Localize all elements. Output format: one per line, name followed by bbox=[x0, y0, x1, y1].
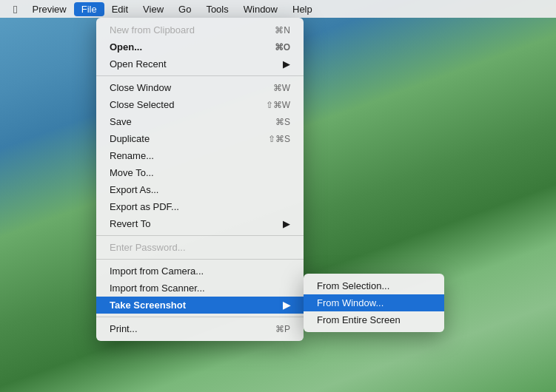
menu-item-label: Close Selected bbox=[110, 99, 174, 110]
menu-rename[interactable]: Rename... bbox=[96, 147, 304, 164]
menu-item-label: Export As... bbox=[110, 184, 158, 195]
apple-menu[interactable]:  bbox=[6, 1, 24, 17]
screenshot-submenu: From Selection... From Window... From En… bbox=[304, 274, 444, 332]
menu-take-screenshot[interactable]: Take Screenshot ▶ bbox=[96, 297, 304, 314]
menu-from-selection[interactable]: From Selection... bbox=[304, 277, 444, 294]
menu-item-shortcut: ⇧⌘W bbox=[266, 100, 290, 110]
menu-print[interactable]: Print... ⌘P bbox=[96, 320, 304, 337]
menu-item-shortcut: ⌘S bbox=[275, 117, 290, 127]
submenu-arrow-icon: ▶ bbox=[283, 300, 290, 311]
menu-item-label: Duplicate bbox=[110, 133, 150, 144]
menu-open-recent[interactable]: Open Recent ▶ bbox=[96, 55, 304, 72]
menu-close-window[interactable]: Close Window ⌘W bbox=[96, 79, 304, 96]
menubar-go[interactable]: Go bbox=[171, 2, 198, 16]
menubar-file[interactable]: File bbox=[74, 2, 104, 16]
menu-from-entire-screen[interactable]: From Entire Screen bbox=[304, 311, 444, 328]
separator-2 bbox=[96, 235, 304, 236]
menu-import-camera[interactable]: Import from Camera... bbox=[96, 263, 304, 280]
menu-new-from-clipboard[interactable]: New from Clipboard ⌘N bbox=[96, 21, 304, 38]
menu-move-to[interactable]: Move To... bbox=[96, 164, 304, 181]
menu-close-selected[interactable]: Close Selected ⇧⌘W bbox=[96, 96, 304, 113]
menu-item-shortcut: ⌘P bbox=[275, 324, 290, 334]
menubar-window[interactable]: Window bbox=[236, 2, 285, 16]
menu-item-label: Take Screenshot bbox=[110, 300, 186, 311]
menu-item-label: Open Recent bbox=[110, 58, 167, 70]
menu-item-shortcut: ⌘O bbox=[275, 42, 290, 53]
menu-item-label: From Selection... bbox=[317, 280, 389, 291]
menubar-preview[interactable]: Preview bbox=[24, 2, 73, 16]
menu-item-label: From Window... bbox=[317, 297, 383, 308]
menu-item-shortcut: ⌘N bbox=[275, 25, 290, 36]
separator-1 bbox=[96, 75, 304, 76]
file-menu: New from Clipboard ⌘N Open... ⌘O Open Re… bbox=[96, 18, 304, 341]
menu-duplicate[interactable]: Duplicate ⇧⌘S bbox=[96, 130, 304, 147]
menu-item-label: Revert To bbox=[110, 218, 150, 229]
menubar-tools[interactable]: Tools bbox=[198, 2, 235, 16]
separator-3 bbox=[96, 259, 304, 260]
menu-item-label: Save bbox=[110, 116, 132, 127]
menu-item-shortcut: ⇧⌘S bbox=[268, 134, 290, 144]
menu-item-label: Import from Camera... bbox=[110, 266, 204, 277]
menu-item-label: New from Clipboard bbox=[110, 24, 195, 36]
menu-import-scanner[interactable]: Import from Scanner... bbox=[96, 280, 304, 297]
menu-item-label: Print... bbox=[110, 323, 138, 334]
menu-enter-password[interactable]: Enter Password... bbox=[96, 239, 304, 256]
menu-item-label: Rename... bbox=[110, 150, 154, 161]
menu-from-window[interactable]: From Window... bbox=[304, 294, 444, 311]
menu-item-label: From Entire Screen bbox=[317, 314, 401, 325]
menubar-edit[interactable]: Edit bbox=[104, 2, 135, 16]
menu-item-label: Enter Password... bbox=[110, 242, 186, 253]
menu-export-as[interactable]: Export As... bbox=[96, 181, 304, 198]
menu-save[interactable]: Save ⌘S bbox=[96, 113, 304, 130]
menu-revert-to[interactable]: Revert To ▶ bbox=[96, 215, 304, 232]
menubar-view[interactable]: View bbox=[135, 2, 171, 16]
separator-4 bbox=[96, 317, 304, 317]
menu-open[interactable]: Open... ⌘O bbox=[96, 38, 304, 55]
menubar:  Preview File Edit View Go Tools Window… bbox=[0, 0, 556, 18]
submenu-arrow-icon: ▶ bbox=[283, 58, 290, 70]
menu-item-label: Import from Scanner... bbox=[110, 283, 205, 294]
menubar-help[interactable]: Help bbox=[285, 2, 320, 16]
menu-item-label: Move To... bbox=[110, 167, 154, 178]
menu-export-as-pdf[interactable]: Export as PDF... bbox=[96, 198, 304, 215]
menu-item-label: Close Window bbox=[110, 82, 171, 93]
menu-item-label: Open... bbox=[110, 41, 142, 53]
menu-item-label: Export as PDF... bbox=[110, 201, 179, 212]
menu-item-shortcut: ⌘W bbox=[273, 83, 290, 93]
submenu-arrow-icon: ▶ bbox=[283, 218, 290, 229]
